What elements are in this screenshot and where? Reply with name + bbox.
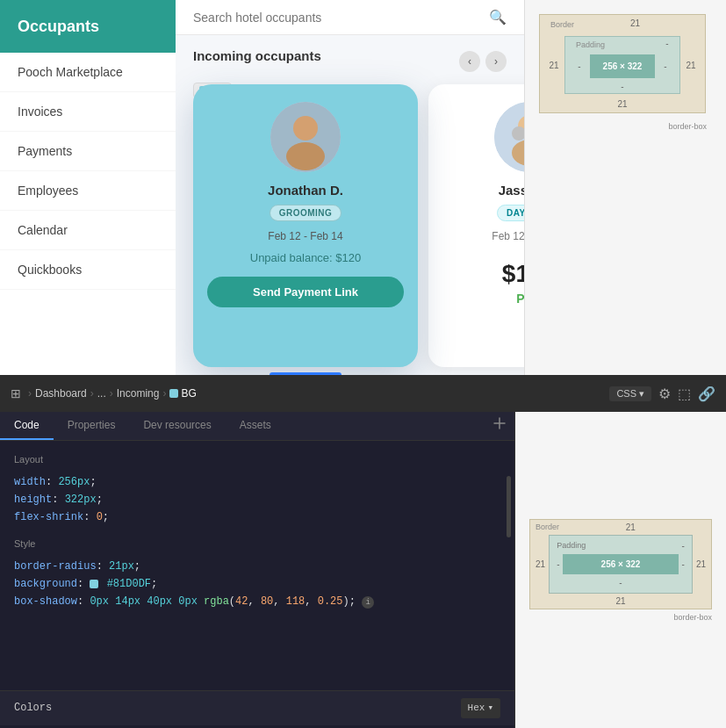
padding-row: - 256 × 322 - [565,53,679,80]
bottom-area: Code Properties Dev resources Assets Lay… [0,412,726,728]
padding-right: - [658,61,672,71]
border-bottom-num: 21 [615,99,629,109]
layout-label: Layout [14,451,500,468]
breadcrumb-incoming[interactable]: Incoming [117,387,160,400]
sidebar-item-marketplace[interactable]: Pooch Marketplace [0,53,176,92]
color-swatch [90,580,98,588]
link-icon[interactable]: 🔗 [698,386,715,402]
incoming-title: Incoming occupants [193,48,321,63]
breadcrumb-sep2: › [90,387,94,400]
sidebar-item-quickbooks[interactable]: Quickbooks [0,250,176,290]
card-jassica-dates: Feb 12 - Feb 14 [492,230,524,242]
breadcrumb-sep3: › [110,387,113,400]
nav-arrows: ‹ › [459,51,507,72]
card-jonathan[interactable]: Jonathan D. GROOMING Feb 12 - Feb 14 Unp… [193,84,418,367]
toolbar-right: CSS ▾ ⚙ ⬚ 🔗 [609,386,715,402]
card-jassica-name: Jassica P. [499,183,524,198]
hex-arrow-icon: ▾ [487,700,493,717]
bottom-border-bottom: 21 [615,596,625,606]
border-top-num: 21 [629,18,643,31]
bottom-center-box: 256 × 322 [563,554,678,574]
breadcrumb-sep1: › [28,387,32,400]
breadcrumb-ellipsis[interactable]: ... [97,387,106,400]
css-dropdown[interactable]: CSS ▾ [609,386,651,401]
breadcrumb: › Dashboard › ... › Incoming › BG [28,387,602,400]
section-nav: Incoming occupants ‹ › [193,48,507,74]
breadcrumb-bg-swatch [169,389,178,398]
bottom-padding-label: Padding [557,541,586,550]
box-model-outer: Border 21 21 Padding - - 256 × 322 [539,14,706,113]
style-label: Style [14,536,500,552]
colors-bar: Colors Hex ▾ [0,690,514,725]
bottom-padding-box: Padding - - 256 × 322 - - [549,535,693,594]
box-model-padding: Padding - - 256 × 322 - - [564,36,680,94]
card-jassica-price: $130 [502,260,524,288]
avatar-jonathan [270,102,341,172]
tab-properties[interactable]: Properties [54,412,130,440]
card-jassica-paid: Paid [502,292,524,306]
search-input[interactable] [193,11,480,25]
prev-arrow[interactable]: ‹ [459,51,480,72]
search-icon[interactable]: 🔍 [489,9,507,25]
avatar-jassica [494,102,524,172]
code-tabs: Code Properties Dev resources Assets [0,412,514,441]
code-line-width: width: 256px; [14,473,500,491]
padding-label: Padding [571,39,610,51]
dimension-width: W Fixed 256px [270,372,342,375]
border-box-label: border-box [663,120,712,133]
tab-code[interactable]: Code [0,412,54,440]
search-area: 🔍 [176,0,524,35]
code-panel: Code Properties Dev resources Assets Lay… [0,412,515,728]
code-line-flex-shrink: flex-shrink: 0; [14,508,500,526]
breadcrumb-bg-wrap: BG [169,387,196,400]
card-jonathan-name: Jonathan D. [268,183,343,198]
sidebar-title: Occupants [0,0,176,53]
dimension-overlay: W Fixed 256px H Fixed 322px [193,372,418,375]
bottom-pad-left: - [557,559,559,569]
svg-point-1 [293,116,318,141]
tab-dev-resources[interactable]: Dev resources [129,412,225,440]
card-jassica-badge: DAYCARE [497,205,524,221]
bottom-box-outer: Border 21 x 21 Padding - - 256 × 322 [529,519,712,609]
card-jonathan-badge: GROOMING [270,205,342,221]
padding-top: - [660,39,674,51]
bottom-pad-right: - [682,559,685,569]
sidebar-item-employees[interactable]: Employees [0,171,176,211]
hex-label: Hex [468,700,485,717]
sidebar-item-invoices[interactable]: Invoices [0,92,176,132]
adjust-icon[interactable]: ⚙ [658,386,671,402]
add-icon[interactable] [485,412,514,440]
next-arrow[interactable]: › [485,51,507,72]
card-jassica[interactable]: Jassica P. DAYCARE Feb 12 - Feb 14 $130 … [428,84,524,367]
bottom-border-label-tl: Border [536,523,559,531]
border-label: Border [545,18,579,31]
bottom-center-dims: 256 × 322 [601,559,641,569]
sidebar-item-payments[interactable]: Payments [0,132,176,171]
colors-section-label: Colors [14,699,52,717]
center-dims-box: 256 × 322 [590,54,655,78]
border-side-nums: 21 Padding - - 256 × 322 - [540,34,705,96]
hex-dropdown[interactable]: Hex ▾ [461,698,500,718]
inspect-icon[interactable]: ⬚ [678,386,691,402]
bottom-border-box-label: border-box [673,613,712,622]
breadcrumb-dashboard[interactable]: Dashboard [35,387,87,400]
tab-assets[interactable]: Assets [226,412,285,440]
info-icon[interactable]: i [362,596,374,609]
send-payment-button[interactable]: Send Payment Link [207,277,404,307]
card-jonathan-unpaid: Unpaid balance: $120 [250,251,362,264]
bottom-border-right: 21 [696,559,706,569]
bottom-right-box-model: Border 21 x 21 Padding - - 256 × 322 [515,412,726,728]
code-line-box-shadow: box-shadow: 0px 14px 40px 0px rgba(42, 8… [14,593,500,610]
scrollbar-thumb[interactable] [507,476,511,537]
card-jonathan-dates: Feb 12 - Feb 14 [268,230,342,242]
toolbar-grid-icon[interactable]: ⊞ [11,386,21,400]
css-label: CSS [616,388,636,399]
padding-bottom: - [615,82,629,91]
bottom-border-top: 21 [626,523,636,532]
border-right-num: 21 [684,61,698,70]
sidebar-item-calendar[interactable]: Calendar [0,211,176,250]
code-line-height: height: 322px; [14,491,500,508]
breadcrumb-sep4: › [162,387,166,400]
breadcrumb-bg[interactable]: BG [181,387,196,400]
svg-point-2 [286,142,325,170]
